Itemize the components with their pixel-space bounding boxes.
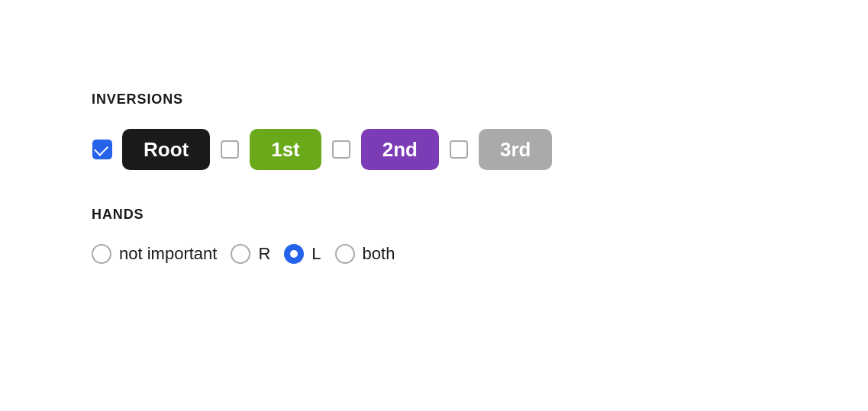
checkbox-2nd-unchecked [332,140,350,159]
checkbox-1st-unchecked [221,140,239,159]
radio-option-both[interactable]: both [335,244,395,264]
checkbox-root[interactable] [92,139,113,160]
checkbox-2nd[interactable] [331,139,352,160]
radio-label-R: R [258,244,270,264]
inversion-btn-root[interactable]: Root [122,129,210,170]
checkbox-3rd[interactable] [448,139,469,160]
checkbox-1st[interactable] [219,139,240,160]
inversions-title: INVERSIONS [92,92,552,108]
hands-title: HANDS [92,207,552,223]
hands-row: not important R L both [92,244,552,264]
inversion-btn-2nd[interactable]: 2nd [361,129,439,170]
radio-label-not-important: not important [119,244,217,264]
checkbox-root-checked [92,140,112,159]
radio-circle-both [335,244,355,264]
radio-label-both: both [363,244,395,264]
inversion-btn-3rd[interactable]: 3rd [479,129,552,170]
inversion-btn-1st[interactable]: 1st [250,129,321,170]
radio-option-R[interactable]: R [231,244,270,264]
radio-circle-L [284,244,304,264]
radio-option-L[interactable]: L [284,244,321,264]
radio-option-not-important[interactable]: not important [92,244,217,264]
radio-circle-not-important [92,244,111,264]
radio-circle-R [231,244,250,264]
main-container: INVERSIONS Root 1st 2nd 3rd HANDS not im… [0,0,552,264]
inversions-row: Root 1st 2nd 3rd [92,129,552,170]
radio-label-L: L [311,244,321,264]
checkbox-3rd-unchecked [450,140,468,159]
